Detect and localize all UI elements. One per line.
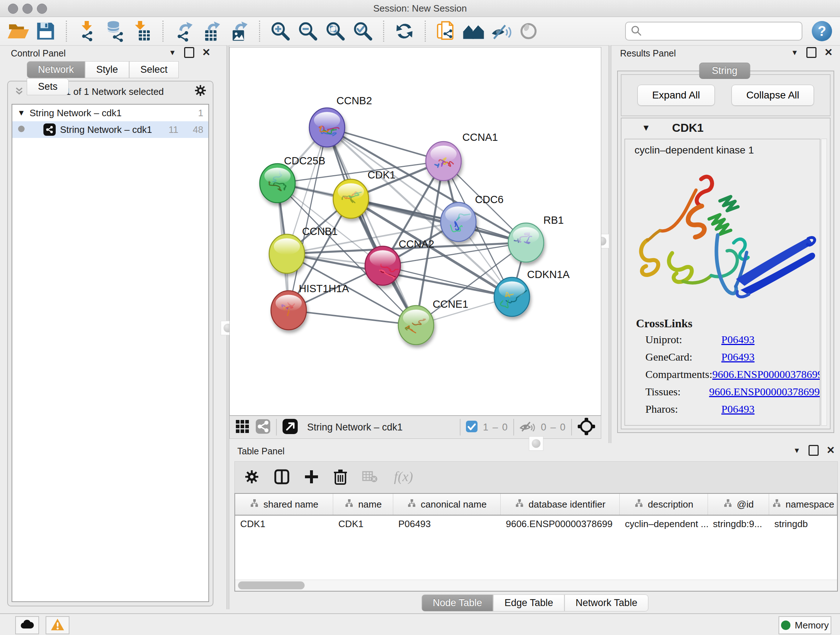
network-view-toolbar: String Network – cdk1 1 – 0 0 – 0 [229, 416, 601, 439]
network-node-hist1h1a[interactable]: HIST1H1A [271, 283, 349, 330]
selected-checkbox-icon[interactable] [466, 420, 478, 434]
node-label: CCNE1 [433, 298, 468, 310]
open-file-icon[interactable] [7, 20, 29, 42]
delete-column-trash-icon[interactable] [333, 469, 347, 486]
table-settings-gear-icon[interactable] [244, 469, 259, 486]
column-header-canonical-name[interactable]: canonical name [393, 494, 501, 515]
expand-all-button[interactable]: Expand All [638, 85, 715, 106]
results-menu-icon[interactable]: ▼ [791, 49, 798, 57]
document-share-icon[interactable] [435, 20, 457, 42]
gray-sphere-icon[interactable] [517, 20, 540, 42]
crosslink-link[interactable]: P06493 [722, 351, 755, 363]
network-edge[interactable] [289, 310, 416, 325]
tab-edge-table[interactable]: Edge Table [493, 594, 564, 611]
table-cell[interactable]: stringdb [769, 518, 837, 530]
table-cell[interactable]: CDK1 [333, 518, 393, 530]
import-table-icon[interactable] [131, 20, 153, 42]
table-cell[interactable]: 9606.ENSP00000378699 [501, 518, 620, 530]
tab-sets[interactable]: Sets [27, 78, 69, 95]
grid-view-icon[interactable] [235, 419, 250, 435]
column-header-database-identifier[interactable]: database identifier [501, 494, 620, 515]
network-collection-row[interactable]: ▼ String Network – cdk1 1 [12, 105, 208, 121]
add-column-icon[interactable] [304, 470, 319, 486]
results-close-icon[interactable]: ✕ [824, 49, 833, 56]
export-table-icon[interactable] [200, 20, 223, 42]
table-cell[interactable]: CDK1 [235, 518, 333, 530]
crosslink-link[interactable]: P06493 [722, 333, 755, 346]
column-header-shared-name[interactable]: shared name [235, 494, 333, 515]
zoom-selected-icon[interactable] [352, 20, 374, 42]
tab-string[interactable]: String [699, 63, 750, 79]
function-builder-icon: f(x) [393, 468, 418, 487]
table-header-row[interactable]: shared namenamecanonical namedatabase id… [235, 494, 837, 516]
results-scrollbar[interactable] [821, 139, 827, 426]
export-network-icon[interactable] [172, 20, 195, 42]
column-header-description[interactable]: description [620, 494, 707, 515]
network-node-ccne1[interactable]: CCNE1 [398, 298, 468, 345]
column-header--id[interactable]: @id [708, 494, 769, 515]
table-row[interactable]: CDK1CDK1P064939606.ENSP00000378699cyclin… [235, 516, 837, 532]
network-node-rb1[interactable]: RB1 [508, 214, 564, 262]
table-cell[interactable]: cyclin–dependent ... [620, 518, 707, 530]
show-columns-icon[interactable] [274, 469, 290, 486]
network-row[interactable]: String Network – cdk1 11 48 [12, 121, 208, 138]
zoom-in-icon[interactable] [269, 20, 292, 42]
table-cell[interactable]: stringdb:9... [708, 518, 769, 530]
cloud-status-button[interactable] [15, 616, 39, 634]
table-hscroll-thumb[interactable] [238, 581, 305, 589]
open-in-new-window-icon[interactable] [282, 418, 298, 436]
network-edge[interactable] [327, 127, 416, 325]
collection-expand-icon[interactable]: ▼ [17, 108, 25, 118]
hidden-eye-icon[interactable] [519, 419, 536, 435]
crosslink-link[interactable]: P06493 [722, 403, 755, 415]
network-node-ccna1[interactable]: CCNA1 [426, 131, 498, 181]
results-float-icon[interactable] [806, 47, 816, 58]
gene-section: ▼ CDK1 cyclin–dependent kinase 1 [621, 118, 831, 429]
network-node-ccnb1[interactable]: CCNB1 [269, 226, 338, 273]
table-float-icon[interactable] [808, 445, 819, 456]
tab-network-table[interactable]: Network Table [564, 594, 649, 611]
import-network-database-icon[interactable] [103, 20, 126, 42]
tab-style[interactable]: Style [85, 61, 129, 78]
collapse-all-icon[interactable] [14, 86, 25, 97]
warning-status-button[interactable] [46, 616, 69, 634]
network-node-cdk1[interactable]: CDK1 [333, 169, 395, 218]
import-network-icon[interactable] [76, 20, 98, 42]
delete-table-icon [362, 470, 378, 485]
column-header-name[interactable]: name [333, 494, 393, 515]
crosslink-link[interactable]: 9606.ENSP00000378699 [712, 368, 821, 380]
network-node-ccnb2[interactable]: CCNB2 [309, 95, 372, 147]
search-input[interactable] [625, 22, 802, 41]
table-close-icon[interactable]: ✕ [827, 447, 835, 454]
zoom-fit-icon[interactable] [324, 20, 347, 42]
network-canvas[interactable]: CCNB2 CCNA1 CDC25B CDK1 CDC6 RB1 CCNB1 C… [229, 47, 601, 416]
panel-menu-icon[interactable]: ▼ [169, 49, 176, 57]
network-share-view-icon[interactable] [255, 418, 271, 436]
tab-select[interactable]: Select [129, 61, 179, 78]
tab-node-table[interactable]: Node Table [422, 594, 493, 611]
network-node-cdkn1a[interactable]: CDKN1A [494, 269, 570, 317]
table-hscrollbar[interactable] [235, 580, 837, 591]
table-cell[interactable]: P06493 [393, 518, 501, 530]
crosslink-link[interactable]: 9606.ENSP00000378699 [709, 386, 820, 398]
memory-button[interactable]: Memory [778, 616, 831, 634]
help-button[interactable]: ? [812, 21, 832, 41]
save-session-icon[interactable] [34, 20, 57, 42]
string-houses-icon[interactable] [462, 20, 485, 42]
collapse-all-button[interactable]: Collapse All [731, 85, 814, 106]
node-table[interactable]: shared namenamecanonical namedatabase id… [234, 493, 838, 592]
zoom-out-icon[interactable] [297, 20, 319, 42]
network-graph[interactable]: CCNB2 CCNA1 CDC25B CDK1 CDC6 RB1 CCNB1 C… [230, 48, 601, 415]
table-menu-icon[interactable]: ▼ [793, 447, 801, 455]
column-header-namespace[interactable]: namespace [769, 494, 837, 515]
export-image-icon[interactable] [227, 20, 250, 42]
hide-eye-icon[interactable] [490, 20, 512, 42]
panel-close-icon[interactable]: ✕ [202, 49, 210, 56]
gene-expand-icon[interactable]: ▼ [642, 123, 651, 133]
panel-float-icon[interactable] [184, 47, 194, 58]
gene-section-header[interactable]: ▼ CDK1 [622, 119, 830, 137]
birdseye-crosshair-icon[interactable] [577, 417, 596, 437]
network-edge[interactable] [351, 199, 526, 242]
refresh-view-icon[interactable] [393, 20, 416, 42]
tab-network[interactable]: Network [27, 61, 85, 78]
